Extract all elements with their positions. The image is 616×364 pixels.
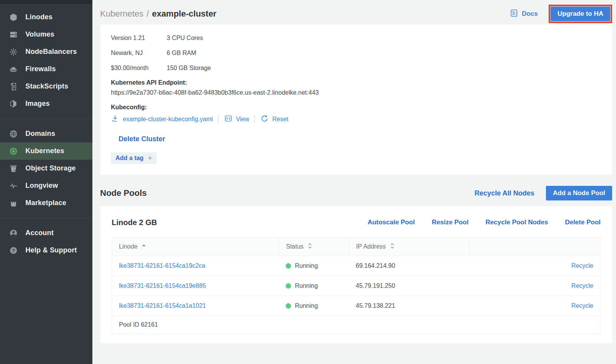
view-label: View [236, 116, 249, 123]
node-link[interactable]: lke38731-62161-6154ca19e885 [119, 282, 206, 289]
kubeconfig-view-link[interactable]: View [224, 114, 249, 124]
sort-both-icon [389, 242, 395, 251]
recycle-node-link[interactable]: Recycle [571, 302, 593, 309]
delete-pool-link[interactable]: Delete Pool [565, 219, 601, 226]
status-running-icon [286, 263, 291, 269]
sidebar-item-label: Volumes [25, 30, 54, 38]
kubernetes-helm-icon [8, 146, 18, 156]
docs-link[interactable]: Docs [509, 8, 538, 20]
sidebar-item-stackscripts[interactable]: StackScripts [0, 78, 92, 95]
node-link[interactable]: lke38731-62161-6154ca1a1021 [119, 302, 206, 309]
tag-row: Add a tag + [111, 152, 601, 164]
sidebar-divider [0, 218, 92, 218]
sort-ascending-icon [141, 243, 147, 250]
add-node-pool-button[interactable]: Add a Node Pool [546, 186, 612, 200]
images-icon [8, 99, 18, 109]
node-link[interactable]: lke38731-62161-6154ca19c2ca [119, 262, 205, 269]
table-row: lke38731-62161-6154ca1a1021 Running 45.7… [112, 296, 600, 316]
sidebar-item-label: NodeBalancers [25, 48, 77, 56]
autoscale-pool-link[interactable]: Autoscale Pool [368, 219, 415, 226]
table-row: lke38731-62161-6154ca19e885 Running 45.7… [112, 276, 600, 296]
vertical-divider [218, 115, 219, 124]
add-tag-button[interactable]: Add a tag + [111, 152, 157, 164]
volumes-icon [8, 30, 18, 40]
kubeconfig-row: example-cluster-kubeconfig.yaml View Res… [111, 114, 601, 124]
pool-id-footer: Pool ID 62161 [112, 316, 600, 334]
sort-both-icon [307, 242, 313, 251]
column-header-actions [469, 237, 600, 255]
spec-price: $30.00/month [111, 65, 167, 72]
column-header-ip-address[interactable]: IP Address [349, 237, 469, 255]
kubeconfig-label: Kubeconfig: [111, 104, 601, 111]
sidebar-item-help-support[interactable]: ? Help & Support [0, 242, 92, 259]
question-mark-icon: ? [8, 245, 18, 255]
annotation-red-box: Upgrade to HA [549, 5, 612, 23]
sidebar-divider [0, 119, 92, 119]
sidebar-item-nodebalancers[interactable]: NodeBalancers [0, 43, 92, 60]
svg-text:?: ? [12, 247, 15, 253]
spec-ram: 6 GB RAM [167, 50, 211, 57]
code-view-icon [224, 114, 233, 124]
sidebar-item-label: StackScripts [25, 82, 68, 90]
recycle-node-link[interactable]: Recycle [571, 282, 593, 289]
docs-label: Docs [522, 10, 538, 18]
sidebar-item-account[interactable]: Account [0, 224, 92, 242]
docs-icon [509, 8, 519, 20]
sidebar-item-kubernetes[interactable]: Kubernetes [0, 142, 92, 160]
header-actions: Docs Upgrade to HA [509, 5, 612, 23]
breadcrumb-kubernetes-link[interactable]: Kubernetes [100, 9, 144, 19]
column-header-linode[interactable]: Linode [112, 237, 279, 255]
plus-icon: + [148, 154, 152, 162]
stackscripts-scroll-icon [8, 82, 18, 92]
api-endpoint-url: https://9e2a7307-b6ac-408f-ba62-9483b0b3… [111, 89, 601, 96]
breadcrumb-separator: / [147, 9, 149, 19]
recycle-all-nodes-link[interactable]: Recycle All Nodes [475, 189, 534, 197]
reset-label: Reset [272, 116, 288, 123]
ip-address: 45.79.191.250 [349, 276, 469, 296]
sidebar-item-firewalls[interactable]: Firewalls [0, 60, 92, 78]
node-pools-header: Node Pools Recycle All Nodes Add a Node … [100, 185, 612, 202]
sidebar-item-label: Account [25, 229, 54, 237]
spec-version: Version 1.21 [111, 35, 167, 42]
api-endpoint-label: Kubernetes API Endpoint: [111, 79, 601, 86]
spec-storage: 150 GB Storage [167, 65, 211, 72]
sidebar-item-label: Longview [25, 182, 58, 190]
status-text: Running [295, 262, 318, 269]
sidebar-item-images[interactable]: Images [0, 95, 92, 112]
status-text: Running [295, 282, 318, 289]
upgrade-to-ha-button[interactable]: Upgrade to HA [551, 7, 610, 21]
sidebar-item-object-storage[interactable]: Object Storage [0, 160, 92, 177]
sidebar-item-label: Linodes [25, 13, 52, 21]
status-running-icon [286, 283, 291, 289]
delete-cluster-link[interactable]: Delete Cluster [119, 135, 165, 143]
kubeconfig-reset-link[interactable]: Reset [260, 114, 288, 124]
sidebar-item-domains[interactable]: Domains [0, 125, 92, 142]
table-row: lke38731-62161-6154ca19c2ca Running 69.1… [112, 256, 600, 276]
sidebar-item-label: Domains [25, 130, 55, 138]
sidebar-item-marketplace[interactable]: Marketplace [0, 194, 92, 212]
nodes-table: Linode Status IP Address [112, 237, 601, 334]
recycle-node-link[interactable]: Recycle [571, 262, 593, 269]
reset-refresh-icon [260, 114, 269, 124]
recycle-pool-nodes-link[interactable]: Recycle Pool Nodes [485, 219, 548, 226]
resize-pool-link[interactable]: Resize Pool [432, 219, 468, 226]
column-label: Linode [119, 243, 137, 250]
sidebar-item-label: Firewalls [25, 65, 56, 73]
sidebar-item-linodes[interactable]: Linodes [0, 8, 92, 26]
shopping-bag-icon [8, 198, 18, 208]
column-header-status[interactable]: Status [279, 237, 349, 255]
sidebar-item-label: Marketplace [25, 199, 66, 207]
globe-icon [8, 129, 18, 139]
sidebar-item-longview[interactable]: Longview [0, 177, 92, 194]
breadcrumb-cluster-name[interactable]: example-cluster [152, 9, 217, 19]
status-text: Running [295, 302, 318, 309]
pool-name: Linode 2 GB [112, 218, 157, 227]
column-label: Status [286, 243, 303, 250]
pool-card: Linode 2 GB Autoscale Pool Resize Pool R… [100, 206, 612, 343]
ip-address: 69.164.214.90 [349, 256, 469, 276]
sidebar-item-volumes[interactable]: Volumes [0, 26, 92, 43]
kubeconfig-download-link[interactable]: example-cluster-kubeconfig.yaml [111, 114, 213, 124]
sidebar-item-label: Object Storage [25, 164, 76, 172]
pulse-icon [8, 181, 18, 191]
sidebar-item-label: Images [25, 100, 50, 108]
